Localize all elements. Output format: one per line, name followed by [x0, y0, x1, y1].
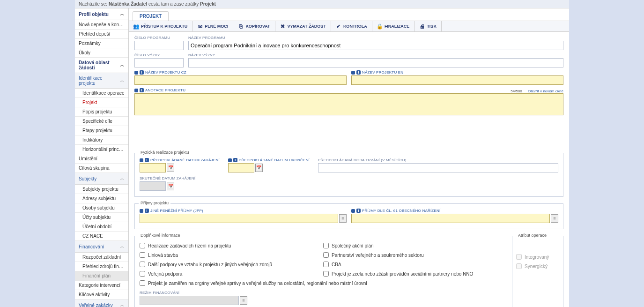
input-datum-zahajeni[interactable]: [140, 163, 166, 172]
toolbar: 👥PŘÍSTUP K PROJEKTU ✉PLNÉ MOCI ⎘KOPÍROVA…: [129, 21, 569, 32]
toolbar-kontrola[interactable]: ✔KONTROLA: [331, 21, 372, 31]
check-icon: ✔: [336, 23, 341, 29]
fieldset-prijmy: Příjmy projektu iJINÉ PENĚŽNÍ PŘÍJMY (JP…: [134, 203, 563, 229]
input-cislo-programu[interactable]: [134, 41, 184, 50]
cb-label: Synergický: [525, 264, 548, 269]
input-prijmy-61[interactable]: [351, 214, 550, 223]
sidebar-item-subjekty-projektu[interactable]: Subjekty projektu: [75, 185, 128, 194]
sidebar-item-ucty[interactable]: Účty subjektu: [75, 213, 128, 222]
chevron-up-icon: ︿: [120, 175, 125, 182]
toolbar-finalizace[interactable]: 🔒FINALIZACE: [372, 21, 415, 31]
sidebar-item-etapy[interactable]: Etapy projektu: [75, 126, 128, 135]
sidebar-item-cznace[interactable]: CZ NACE: [75, 232, 128, 241]
anotace-open-link[interactable]: Otevřít v novém okně: [528, 89, 563, 93]
label-anotace: iANOTACE PROJEKTU: [134, 88, 185, 92]
calendar-icon[interactable]: 📅: [167, 164, 174, 172]
input-cislo-vyzvy[interactable]: [134, 58, 184, 67]
checkbox-nno[interactable]: [323, 271, 329, 277]
list-icon[interactable]: ≡: [551, 214, 558, 223]
sidebar-item-rozpocet[interactable]: Rozpočet základní: [75, 253, 128, 262]
tab-projekt[interactable]: PROJEKT: [133, 11, 169, 21]
cb-label: Projekt je zaměřen na orgány veřejné spr…: [148, 281, 367, 286]
list-icon[interactable]: ≡: [339, 214, 347, 223]
cb-label: Realizace zadávacích řízení na projektu: [148, 243, 231, 248]
anotace-counter: 54/500: [511, 89, 522, 93]
sidebar-item-osoby[interactable]: Osoby subjektu: [75, 203, 128, 213]
checkbox-organy[interactable]: [140, 280, 145, 286]
input-jpp[interactable]: [140, 214, 338, 223]
delete-icon: ✖: [280, 23, 286, 29]
input-rezim-financovani[interactable]: [140, 296, 239, 305]
sidebar-section-verejne-zakazky[interactable]: Veřejné zakázky ︿: [75, 300, 128, 307]
input-nazev-vyzvy[interactable]: [188, 58, 563, 67]
checkbox-realizace[interactable]: [140, 243, 145, 248]
lock-icon: 🔒: [377, 23, 383, 29]
cb-label: Další podpory ve vztahu k projektu z jin…: [148, 262, 272, 267]
sidebar-item-popis[interactable]: Popis projektu: [75, 107, 128, 117]
checkbox-cba[interactable]: [323, 262, 329, 267]
label-doba-trvani: PŘEDPOKLÁDANÁ DOBA TRVÁNÍ (V MĚSÍCÍCH): [318, 158, 558, 162]
sidebar-item-specificke-cile[interactable]: Specifické cíle: [75, 117, 128, 126]
input-doba-trvani[interactable]: [318, 163, 558, 172]
content-area: PROJEKT 👥PŘÍSTUP K PROJEKTU ✉PLNÉ MOCI ⎘…: [129, 8, 569, 307]
sidebar-item-prehled-depesi[interactable]: Přehled depeší: [75, 30, 128, 39]
breadcrumb-item[interactable]: Nástěnka: [109, 1, 129, 7]
checkbox-spolecny-plan[interactable]: [323, 243, 329, 248]
toolbar-label: KOPÍROVAT: [245, 24, 270, 29]
sidebar-item-adresy[interactable]: Adresy subjektu: [75, 194, 128, 203]
label-nazev-projektu-en: iNÁZEV PROJEKTU EN: [351, 70, 563, 75]
breadcrumb-item[interactable]: Projekt: [200, 1, 216, 7]
sidebar-item-indikatory[interactable]: Indikátory: [75, 135, 128, 145]
label-nazev-projektu-cz: iNÁZEV PROJEKTU CZ: [134, 70, 347, 75]
sidebar-item-klicove-aktivity[interactable]: Klíčové aktivity: [75, 290, 128, 300]
sidebar-item-projekt[interactable]: Projekt: [75, 98, 128, 107]
sidebar-item-cilova-skupina[interactable]: Cílová skupina: [75, 164, 128, 173]
toolbar-label: PŘÍSTUP K PROJEKTU: [141, 24, 187, 29]
list-icon[interactable]: ≡: [240, 296, 247, 305]
sidebar-section-identifikace[interactable]: Identifikace projektu ︿: [75, 73, 128, 89]
sidebar-item-nova-depese[interactable]: Nová depeše a koncepty: [75, 20, 128, 30]
sidebar-item-kategorie[interactable]: Kategorie intervencí: [75, 281, 128, 290]
toolbar-vymazat[interactable]: ✖VYMAZAT ŽÁDOST: [275, 21, 331, 31]
calendar-icon[interactable]: 📅: [167, 182, 174, 190]
checkbox-verejna-podpora[interactable]: [140, 271, 145, 277]
toolbar-kopirovat[interactable]: ⎘KOPÍROVAT: [233, 21, 275, 31]
sidebar-section-profil[interactable]: Profil objektu ︿: [75, 8, 128, 20]
sidebar-item-poznamky[interactable]: Poznámky: [75, 39, 128, 48]
toolbar-tisk[interactable]: 🖨TISK: [415, 21, 442, 31]
toolbar-label: VYMAZAT ŽÁDOST: [288, 24, 326, 29]
sidebar-section-financovani[interactable]: Financování ︿: [75, 241, 128, 253]
checkbox-dalsi-podpory[interactable]: [140, 262, 145, 267]
sidebar-section-subjekty[interactable]: Subjekty ︿: [75, 173, 128, 185]
input-nazev-programu[interactable]: [188, 41, 563, 50]
cb-label: Partnerství veřejného a soukromého sekto…: [332, 253, 424, 258]
input-nazev-projektu-en[interactable]: [351, 75, 563, 85]
calendar-icon[interactable]: 📅: [255, 164, 263, 172]
toolbar-label: FINALIZACE: [385, 24, 410, 29]
sidebar-section-datova-oblast[interactable]: Datová oblast žádosti ︿: [75, 58, 128, 73]
checkbox-liniova[interactable]: [140, 252, 145, 258]
toolbar-pristup[interactable]: 👥PŘÍSTUP K PROJEKTU: [129, 21, 192, 31]
sidebar-item-financni-plan[interactable]: Finanční plán: [75, 271, 128, 281]
breadcrumb-item[interactable]: cesta tam a zase zpátky: [148, 1, 199, 7]
toolbar-plne-moci[interactable]: ✉PLNÉ MOCI: [192, 21, 233, 31]
sidebar-item-identifikace-operace[interactable]: Identifikace operace: [75, 89, 128, 98]
section-label: Profil objektu: [79, 12, 109, 17]
label-datum-zahajeni: iPŘEDPOKLÁDANÉ DATUM ZAHÁJENÍ: [140, 158, 220, 162]
cb-label: CBA: [332, 262, 341, 267]
cb-label: Společný akční plán: [332, 243, 374, 248]
people-icon: 👥: [133, 23, 139, 29]
input-skutecne-zahajeni[interactable]: [140, 181, 166, 191]
sidebar-item-umisteni[interactable]: Umístění: [75, 154, 128, 164]
sidebar-item-prehled-zdroju[interactable]: Přehled zdrojů financování: [75, 262, 128, 271]
input-datum-ukonceni[interactable]: [228, 163, 254, 172]
sidebar-item-ukoly[interactable]: Úkoly: [75, 48, 128, 58]
sidebar-item-horizontalni[interactable]: Horizontální principy: [75, 145, 128, 154]
input-nazev-projektu-cz[interactable]: [134, 75, 347, 85]
checkbox-partnerstvi[interactable]: [323, 252, 329, 258]
section-label: Datová oblast žádosti: [79, 60, 120, 70]
textarea-anotace[interactable]: [134, 93, 563, 115]
breadcrumb-item[interactable]: Žadatel: [131, 1, 147, 7]
label-nazev-programu: NÁZEV PROGRAMU: [188, 36, 563, 40]
sidebar-item-ucetni-obdobi[interactable]: Účetní období: [75, 222, 128, 232]
